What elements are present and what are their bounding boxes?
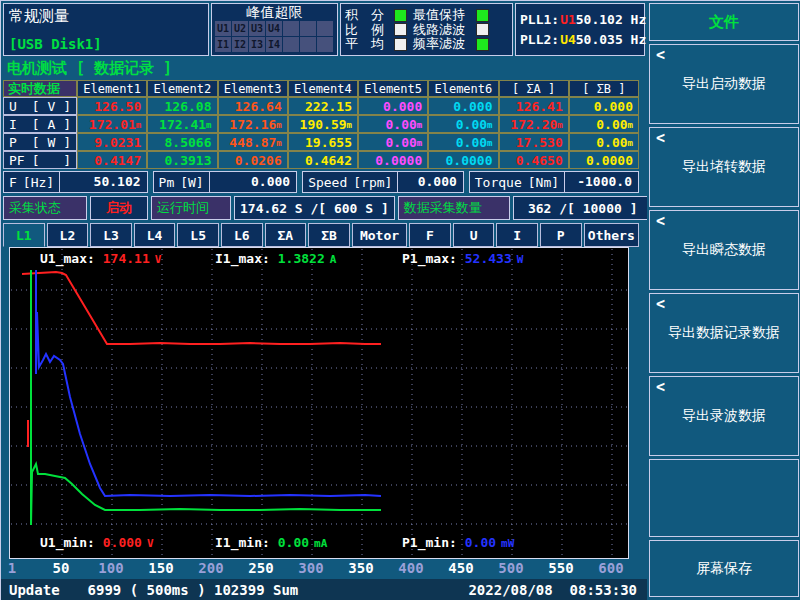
peak-cell-u3: U3 xyxy=(249,21,265,36)
max-value: 174.11 xyxy=(103,251,150,266)
peak-cell-i4: I4 xyxy=(266,37,282,52)
indicator-light xyxy=(394,9,407,22)
value-number: 19.655 xyxy=(305,135,352,150)
peak-cell-empty xyxy=(317,21,333,36)
value-number: 172.20 xyxy=(510,117,557,132)
export-startup-data-button[interactable]: <导出启动数据 xyxy=(649,44,799,124)
x-tick-200: 200 xyxy=(198,560,223,577)
tab-sigma-b[interactable]: ΣB xyxy=(308,223,350,247)
indicator-light xyxy=(476,23,489,36)
tab-others[interactable]: Others xyxy=(584,223,639,247)
back-arrow-icon: < xyxy=(656,46,665,64)
peak-cell-i3: I3 xyxy=(249,37,265,52)
measure-name: F xyxy=(9,175,17,190)
peak-cell-u1: U1 xyxy=(215,21,231,36)
value-suffix: m xyxy=(276,138,281,148)
value-number: 17.530 xyxy=(516,135,563,150)
acq-status-label: 采集状态 xyxy=(3,196,87,220)
pll-source: U4 xyxy=(560,32,576,47)
table-value: 126.50 xyxy=(77,97,147,115)
peak-cell-i1: I1 xyxy=(215,37,231,52)
tab-i[interactable]: I xyxy=(496,223,538,247)
column-header: Element3 xyxy=(218,80,288,97)
x-tick-600: 600 xyxy=(598,560,623,577)
row-name: PF xyxy=(9,153,25,168)
page-title: 常规测量 xyxy=(4,4,208,29)
table-value: 0.0206 xyxy=(218,151,288,169)
back-arrow-icon: < xyxy=(656,129,665,147)
min-value: 0.000 xyxy=(103,535,142,550)
tab-l3[interactable]: L3 xyxy=(90,223,132,247)
peak-cell-empty xyxy=(283,21,299,36)
measure-value: -1000.0 xyxy=(565,172,638,192)
peak-cell-u4: U4 xyxy=(266,21,282,36)
row-label-pf: PF[ ] xyxy=(3,151,77,169)
table-value: 0.00m xyxy=(358,133,428,151)
chart-min-label-u1: U1_min:0.000V xyxy=(40,535,154,550)
export-waveform-data-button[interactable]: <导出录波数据 xyxy=(649,376,799,456)
export-transient-data-button[interactable]: <导出瞬态数据 xyxy=(649,210,799,290)
indicator-light xyxy=(476,38,489,51)
table-value: 19.655 xyxy=(288,133,358,151)
sidebar-empty-slot xyxy=(649,459,799,537)
measure-row: F[Hz]50.102Pm[W]0.000Speed[rpm]0.000Torq… xyxy=(3,171,639,193)
max-name: I1_max: xyxy=(215,251,270,266)
table-value: 0.3913 xyxy=(147,151,217,169)
column-header: [ ΣA ] xyxy=(499,80,569,97)
acq-count-label: 数据采集数量 xyxy=(398,196,510,220)
indicator-light xyxy=(394,23,407,36)
value-number: 0.3913 xyxy=(165,153,212,168)
tab-sigma-a[interactable]: ΣA xyxy=(265,223,307,247)
export-stall-data-button[interactable]: <导出堵转数据 xyxy=(649,127,799,207)
value-suffix: m xyxy=(347,120,352,130)
column-header: [ ΣB ] xyxy=(569,80,639,97)
row-label-i: I[ A ] xyxy=(3,115,77,133)
status-bar: Update 6999 ( 500ms ) 102399 Sum 2022/08… xyxy=(1,579,647,600)
value-number: 0.4650 xyxy=(516,153,563,168)
tab-l2[interactable]: L2 xyxy=(47,223,89,247)
tab-motor[interactable]: Motor xyxy=(352,223,407,247)
measure-label: Pm[W] xyxy=(154,172,210,192)
x-tick-250: 250 xyxy=(248,560,273,577)
export-datalog-data-button[interactable]: <导出数据记录数据 xyxy=(649,293,799,373)
x-tick-50: 50 xyxy=(53,560,70,577)
chart-min-label-p1: P1_min:0.00mW xyxy=(402,535,514,550)
tab-u[interactable]: U xyxy=(453,223,495,247)
value-number: 126.64 xyxy=(235,99,282,114)
row-unit: [ A ] xyxy=(32,117,71,132)
peak-box-title: 峰值超限 xyxy=(212,4,337,21)
screen-save-button[interactable]: 屏幕保存 xyxy=(649,540,799,597)
max-value: 1.3822 xyxy=(278,251,325,266)
row-name: I xyxy=(9,117,17,132)
tab-p[interactable]: P xyxy=(540,223,582,247)
table-value: 0.0000 xyxy=(358,151,428,169)
value-number: 448.87 xyxy=(229,135,276,150)
value-number: 172.01 xyxy=(89,117,136,132)
tab-l1[interactable]: L1 xyxy=(3,223,45,247)
table-value: 172.01m xyxy=(77,115,147,133)
value-suffix: m xyxy=(276,120,281,130)
chart-min-label-i1: I1_min:0.00mA xyxy=(215,535,327,550)
column-header: Element2 xyxy=(147,80,217,97)
table-value: 448.87m xyxy=(218,133,288,151)
table-value: 172.41m xyxy=(147,115,217,133)
x-tick-300: 300 xyxy=(298,560,323,577)
value-suffix: m xyxy=(417,120,422,130)
measure-unit: [Nm] xyxy=(528,175,559,190)
min-name: I1_min: xyxy=(215,535,270,550)
tab-l5[interactable]: L5 xyxy=(177,223,219,247)
pll-name: PLL2: xyxy=(520,32,559,47)
acq-state-value: 启动 xyxy=(90,196,148,220)
update-label: Update xyxy=(9,582,60,598)
value-suffix: m xyxy=(487,138,492,148)
tab-l6[interactable]: L6 xyxy=(221,223,263,247)
tab-l4[interactable]: L4 xyxy=(134,223,176,247)
table-value: 0.00m xyxy=(358,115,428,133)
table-value: 222.15 xyxy=(288,97,358,115)
tab-f[interactable]: F xyxy=(409,223,451,247)
measure-unit: [W] xyxy=(180,175,203,190)
title-box: 常规测量 [USB Disk1] xyxy=(3,3,209,56)
row-label-u: U[ V ] xyxy=(3,97,77,115)
table-value: 0.000 xyxy=(428,97,498,115)
value-suffix: m xyxy=(206,120,211,130)
